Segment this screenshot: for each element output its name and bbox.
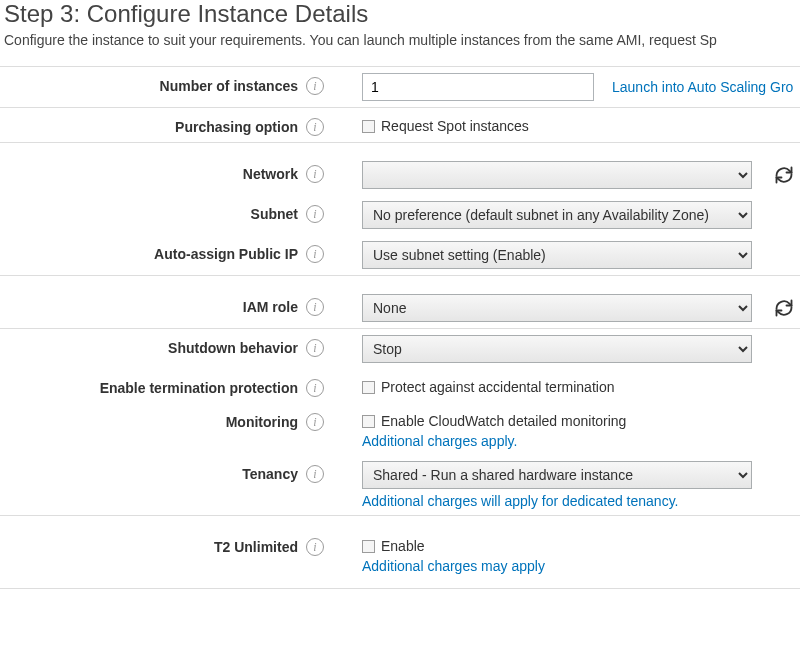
tenancy-select[interactable]: Shared - Run a shared hardware instance	[362, 461, 752, 489]
t2-charges-link[interactable]: Additional charges may apply	[362, 558, 545, 574]
network-select[interactable]	[362, 161, 752, 189]
page-title: Step 3: Configure Instance Details	[4, 0, 800, 28]
label-subnet: Subnet	[251, 206, 298, 222]
info-icon[interactable]: i	[306, 118, 324, 136]
number-of-instances-input[interactable]	[362, 73, 594, 101]
launch-into-asg-link[interactable]: Launch into Auto Scaling Gro	[612, 73, 793, 95]
label-termination-protection: Enable termination protection	[100, 380, 298, 396]
label-shutdown-behavior: Shutdown behavior	[168, 340, 298, 356]
t2-unlimited-checkbox[interactable]	[362, 540, 375, 553]
monitoring-charges-link[interactable]: Additional charges apply.	[362, 433, 626, 449]
label-network: Network	[243, 166, 298, 182]
info-icon[interactable]: i	[306, 538, 324, 556]
info-icon[interactable]: i	[306, 205, 324, 223]
tenancy-charges-link[interactable]: Additional charges will apply for dedica…	[362, 493, 752, 509]
info-icon[interactable]: i	[306, 465, 324, 483]
refresh-icon[interactable]	[774, 165, 794, 188]
info-icon[interactable]: i	[306, 413, 324, 431]
termination-protection-checkbox[interactable]	[362, 381, 375, 394]
label-purchasing-option: Purchasing option	[175, 119, 298, 135]
iam-role-select[interactable]: None	[362, 294, 752, 322]
info-icon[interactable]: i	[306, 339, 324, 357]
t2-unlimited-checkbox-label: Enable	[381, 538, 425, 554]
termination-protection-checkbox-label: Protect against accidental termination	[381, 379, 614, 395]
label-t2-unlimited: T2 Unlimited	[214, 539, 298, 555]
info-icon[interactable]: i	[306, 298, 324, 316]
monitoring-checkbox-label: Enable CloudWatch detailed monitoring	[381, 413, 626, 429]
info-icon[interactable]: i	[306, 165, 324, 183]
label-monitoring: Monitoring	[226, 414, 298, 430]
info-icon[interactable]: i	[306, 77, 324, 95]
refresh-icon[interactable]	[774, 298, 794, 321]
info-icon[interactable]: i	[306, 245, 324, 263]
auto-assign-ip-select[interactable]: Use subnet setting (Enable)	[362, 241, 752, 269]
label-number-of-instances: Number of instances	[160, 78, 298, 94]
shutdown-behavior-select[interactable]: Stop	[362, 335, 752, 363]
divider	[0, 588, 800, 589]
info-icon[interactable]: i	[306, 379, 324, 397]
label-iam-role: IAM role	[243, 299, 298, 315]
page-subtitle: Configure the instance to suit your requ…	[4, 32, 800, 48]
subnet-select[interactable]: No preference (default subnet in any Ava…	[362, 201, 752, 229]
monitoring-checkbox[interactable]	[362, 415, 375, 428]
label-auto-assign-ip: Auto-assign Public IP	[154, 246, 298, 262]
request-spot-label: Request Spot instances	[381, 118, 529, 134]
request-spot-checkbox[interactable]	[362, 120, 375, 133]
label-tenancy: Tenancy	[242, 466, 298, 482]
